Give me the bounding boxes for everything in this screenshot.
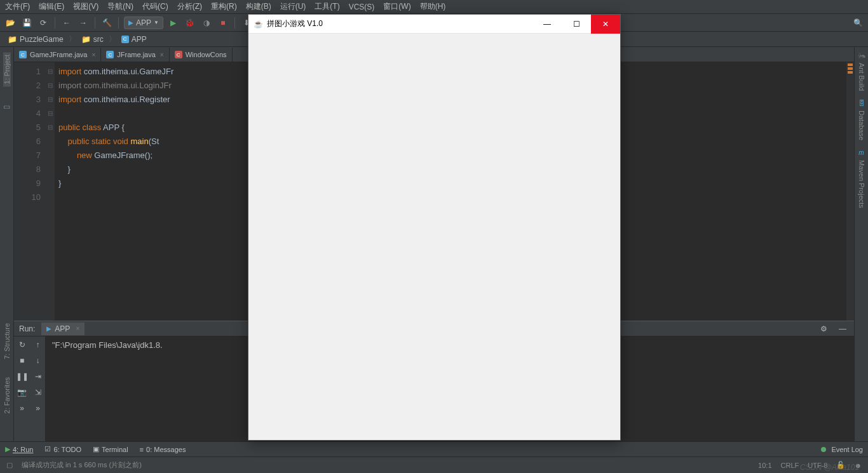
close-icon[interactable]: × [160, 51, 164, 58]
status-bar: ▢ 编译成功完成 in 1 s 660 ms (片刻之前) 10:1 CRLF … [0, 456, 868, 473]
crumb-file[interactable]: CAPP [118, 34, 151, 45]
menu-run[interactable]: 运行(U) [280, 1, 306, 12]
tool-maven[interactable]: Maven Projects [858, 156, 865, 212]
menu-help[interactable]: 帮助(H) [420, 1, 446, 12]
right-tool-strip: 🐜 Ant Build 🗄 Database m Maven Projects [854, 47, 868, 441]
ant-icon: 🐜 [858, 52, 865, 59]
folder-icon: 📁 [81, 35, 91, 44]
step-up-icon[interactable]: ↑ [30, 336, 46, 352]
menu-analyze[interactable]: 分析(Z) [177, 1, 202, 12]
terminal-icon: ▣ [93, 445, 99, 453]
tw-terminal[interactable]: ▣Terminal [93, 445, 128, 453]
tool-structure[interactable]: 7: Structure [3, 321, 11, 362]
app-config-icon: ▶ [128, 19, 133, 26]
tab-windowcons[interactable]: CWindowCons [170, 48, 233, 62]
maven-icon: m [858, 149, 864, 156]
stop-icon[interactable]: ■ [217, 17, 229, 29]
minimize-button[interactable]: — [532, 15, 562, 34]
status-line-ending[interactable]: CRLF [781, 462, 799, 469]
pause-icon[interactable]: ❚❚ [14, 368, 30, 384]
scroll-icon[interactable]: ⇲ [30, 384, 46, 400]
camera-icon[interactable]: 📷 [14, 384, 30, 400]
tw-todo[interactable]: ☑6: TODO [44, 445, 81, 453]
tw-run[interactable]: ▶4: Run [5, 445, 33, 453]
run-icon: ▶ [5, 445, 10, 453]
database-icon: 🗄 [858, 100, 865, 107]
rerun-icon[interactable]: ↻ [14, 336, 30, 352]
run-panel-label: Run: [19, 324, 35, 333]
back-icon[interactable]: ← [60, 17, 73, 29]
menu-build[interactable]: 构建(B) [246, 1, 271, 12]
close-icon[interactable]: × [92, 51, 95, 58]
tool-window-bar: ▶4: Run ☑6: TODO ▣Terminal ≡0: Messages … [0, 441, 868, 456]
menu-nav[interactable]: 导航(N) [107, 1, 133, 12]
messages-icon: ≡ [140, 446, 144, 453]
fold-column[interactable]: ⊟⊟⊟⊟⊟ [46, 62, 55, 321]
app-title: 拼图小游戏 V1.0 [267, 18, 532, 29]
left-tool-strip: 1: Project ▭ 7: Structure 2: Favorites [0, 47, 14, 441]
tool-ant[interactable]: Ant Build [858, 59, 865, 95]
more-icon[interactable]: » [14, 400, 30, 416]
run-tab-app[interactable]: ▶ APP × [41, 323, 85, 335]
debug-icon[interactable]: 🐞 [184, 17, 196, 29]
wrap-icon[interactable]: ⇥ [30, 368, 46, 384]
java-class-icon: C [106, 51, 114, 58]
menu-edit[interactable]: 编辑(E) [39, 1, 64, 12]
status-message: 编译成功完成 in 1 s 660 ms (片刻之前) [22, 460, 142, 470]
app-config-icon: ▶ [46, 325, 51, 332]
tab-gamejframe[interactable]: CGameJFrame.java× [14, 48, 101, 62]
todo-icon: ☑ [44, 445, 51, 453]
menu-code[interactable]: 代码(C) [142, 1, 168, 12]
close-icon[interactable]: × [76, 325, 79, 332]
menu-refactor[interactable]: 重构(R) [211, 1, 237, 12]
stop-icon[interactable]: ■ [14, 352, 30, 368]
app-window: ☕ 拼图小游戏 V1.0 — ☐ ✕ [248, 14, 621, 441]
open-icon[interactable]: 📂 [4, 17, 17, 29]
tool-database[interactable]: Database [858, 107, 865, 144]
chevron-down-icon: ▼ [154, 20, 159, 25]
tw-messages[interactable]: ≡0: Messages [140, 446, 186, 453]
tool-favorites[interactable]: 2: Favorites [3, 375, 11, 416]
run-icon[interactable]: ▶ [167, 17, 180, 29]
menu-window[interactable]: 窗口(W) [383, 1, 410, 12]
app-titlebar[interactable]: ☕ 拼图小游戏 V1.0 — ☐ ✕ [248, 15, 620, 34]
menu-file[interactable]: 文件(F) [5, 1, 30, 12]
forward-icon[interactable]: → [77, 17, 90, 29]
app-content [248, 34, 620, 440]
coverage-icon[interactable]: ◑ [200, 17, 213, 29]
java-class-icon: C [19, 51, 27, 58]
tw-event-log[interactable]: Event Log [821, 446, 863, 453]
java-class-icon: C [175, 51, 182, 58]
menu-bar: 文件(F) 编辑(E) 视图(V) 导航(N) 代码(C) 分析(Z) 重构(R… [0, 0, 868, 14]
watermark: CSDN @Alita101 [800, 463, 859, 472]
menu-tools[interactable]: 工具(T) [315, 1, 339, 12]
step-down-icon[interactable]: ↓ [30, 352, 46, 368]
search-icon[interactable]: 🔍 [851, 17, 864, 29]
java-app-icon: ☕ [254, 20, 263, 29]
close-button[interactable]: ✕ [591, 15, 620, 34]
build-icon[interactable]: 🔨 [100, 17, 113, 29]
run-toolbar: ↻ ↑ ■ ↓ ❚❚ ⇥ 📷 ⇲ » » [14, 336, 46, 441]
minimize-panel-icon[interactable]: — [836, 323, 849, 335]
refresh-icon[interactable]: ⟳ [37, 17, 50, 29]
maximize-button[interactable]: ☐ [562, 15, 591, 34]
java-class-icon: C [121, 36, 129, 43]
settings-icon[interactable]: ⚙ [817, 323, 830, 335]
error-stripe[interactable] [846, 62, 854, 321]
run-config-label: APP [136, 18, 151, 27]
crumb-src[interactable]: 📁src [78, 34, 107, 45]
menu-view[interactable]: 视图(V) [73, 1, 98, 12]
crumb-project[interactable]: 📁PuzzleGame [4, 34, 67, 45]
tool-project[interactable]: 1: Project [3, 52, 11, 86]
status-dot-icon [821, 447, 826, 452]
menu-vcs[interactable]: VCS(S) [349, 3, 375, 11]
tab-jframe[interactable]: CJFrame.java× [101, 48, 169, 62]
project-files-icon[interactable]: ▭ [2, 102, 12, 112]
status-window-icon[interactable]: ▢ [6, 461, 13, 469]
run-config-selector[interactable]: ▶ APP ▼ [124, 17, 163, 29]
status-position[interactable]: 10:1 [758, 462, 771, 469]
folder-icon: 📁 [8, 35, 17, 44]
save-icon[interactable]: 💾 [20, 17, 33, 29]
line-numbers: 12345▶6▶78910 [14, 62, 46, 321]
more-icon[interactable]: » [30, 400, 46, 416]
